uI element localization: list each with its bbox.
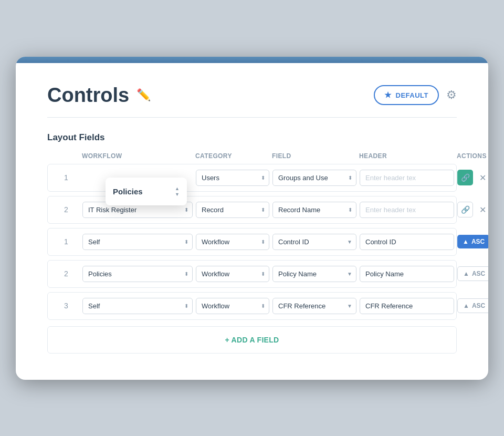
asc-button-5[interactable]: ▲ ASC	[457, 298, 488, 313]
header-cell-3	[360, 234, 454, 250]
dropdown-arrows: ▲ ▼	[175, 186, 180, 197]
actions-cell-2: 🔗 ✕	[457, 202, 488, 217]
table-row: 1 Self Policies IT Risk Register ⬍ Workf…	[47, 228, 457, 256]
category-cell-3: Workflow Record Users ⬍	[196, 234, 269, 250]
workflow-cell-3: Self Policies IT Risk Register ⬍	[82, 234, 193, 250]
col-field: Field	[272, 152, 356, 160]
asc-arrow-icon: ▲	[463, 302, 469, 309]
dropdown-option-label: Policies	[113, 187, 143, 196]
link-button-2[interactable]: 🔗	[457, 202, 473, 217]
category-select-4[interactable]: Workflow Record Users	[196, 266, 269, 282]
row-number: 3	[53, 302, 79, 310]
field-cell-2: Record Name ⬍	[272, 202, 356, 218]
category-select-1[interactable]: Users Record Workflow	[196, 170, 269, 186]
field-cell-5: CFR Reference ▼	[272, 298, 356, 314]
link-button-1[interactable]: 🔗	[457, 170, 473, 185]
asc-arrow-icon: ▲	[463, 270, 469, 277]
field-select-2[interactable]: Record Name	[272, 202, 356, 218]
workflow-dropdown[interactable]: Policies ▲ ▼	[106, 178, 187, 205]
close-button-1[interactable]: ✕	[477, 171, 488, 185]
category-cell-1: Users Record Workflow ⬍	[196, 170, 269, 186]
field-cell-1: Groups and Use ⬍	[272, 170, 356, 186]
category-select-3[interactable]: Workflow Record Users	[196, 234, 269, 250]
header-input-3[interactable]	[360, 234, 454, 250]
actions-cell-5: ▲ ASC 🔗 ✕	[457, 298, 488, 314]
close-button-2[interactable]: ✕	[477, 203, 488, 217]
default-label: DEFAULT	[396, 91, 428, 99]
header-cell-1	[360, 170, 454, 186]
table-row: 1 Policies ▲ ▼	[47, 164, 457, 192]
category-cell-5: Workflow Record Users ⬍	[196, 298, 269, 314]
top-bar	[16, 57, 488, 63]
header-cell-2	[360, 202, 454, 218]
field-cell-3: Control ID ▼	[272, 234, 356, 250]
workflow-select-5[interactable]: Self Policies IT Risk Register	[82, 298, 193, 314]
row-number: 1	[53, 237, 79, 246]
table-header: Workflow Category Field Header Actions	[47, 152, 457, 164]
asc-arrow-icon: ▲	[463, 238, 469, 245]
col-actions: Actions	[457, 152, 488, 160]
table-row: 2 Policies Self IT Risk Register ⬍ Workf…	[47, 260, 457, 288]
header-input-5[interactable]	[360, 298, 454, 314]
workflow-select-4[interactable]: Policies Self IT Risk Register	[82, 266, 193, 282]
page-title: Controls	[47, 84, 129, 107]
divider	[47, 117, 457, 118]
actions-cell-1: 🔗 ✕	[457, 170, 488, 185]
asc-label: ASC	[472, 302, 485, 309]
workflow-cell-5: Self Policies IT Risk Register ⬍	[82, 298, 193, 314]
row-number: 2	[53, 205, 79, 214]
category-select-2[interactable]: Record Workflow Users	[196, 202, 269, 218]
section-title: Layout Fields	[47, 132, 457, 143]
default-button[interactable]: ★ DEFAULT	[374, 85, 439, 105]
category-cell-2: Record Workflow Users ⬍	[196, 202, 269, 218]
field-select-1[interactable]: Groups and Use	[272, 170, 356, 186]
row-number: 1	[53, 173, 79, 182]
col-workflow: Workflow	[82, 152, 192, 160]
category-cell-4: Workflow Record Users ⬍	[196, 266, 269, 282]
col-num	[52, 152, 79, 160]
header-input-4[interactable]	[360, 266, 454, 282]
actions-cell-3: ▲ ASC 🔗 ✕	[457, 234, 488, 250]
page-header-left: Controls ✏️	[47, 84, 151, 107]
field-select-4[interactable]: Policy Name	[272, 266, 356, 282]
add-field-row[interactable]: + ADD A FIELD	[47, 326, 457, 354]
header-input-2[interactable]	[360, 202, 454, 218]
field-select-5[interactable]: CFR Reference	[272, 298, 356, 314]
category-select-5[interactable]: Workflow Record Users	[196, 298, 269, 314]
device-frame: Controls ✏️ ★ DEFAULT ⚙ Layout Fields Wo…	[16, 57, 488, 380]
workflow-select-3[interactable]: Self Policies IT Risk Register	[82, 234, 193, 250]
asc-button-3[interactable]: ▲ ASC	[457, 235, 488, 248]
settings-button[interactable]: ⚙	[446, 88, 457, 102]
asc-label: ASC	[472, 270, 485, 277]
asc-button-4[interactable]: ▲ ASC	[457, 266, 488, 281]
asc-label: ASC	[471, 238, 485, 245]
dropdown-option-policies[interactable]: Policies ▲ ▼	[106, 181, 187, 202]
header-input-1[interactable]	[360, 170, 454, 186]
header-cell-4	[360, 266, 454, 282]
header-cell-5	[360, 298, 454, 314]
field-cell-4: Policy Name ▼	[272, 266, 356, 282]
field-select-3[interactable]: Control ID	[272, 234, 356, 250]
actions-cell-4: ▲ ASC 🔗 ✕	[457, 266, 488, 282]
star-icon: ★	[384, 90, 392, 100]
col-category: Category	[195, 152, 269, 160]
row-number: 2	[53, 269, 79, 278]
add-field-button[interactable]: + ADD A FIELD	[225, 336, 279, 344]
page-header-right: ★ DEFAULT ⚙	[374, 85, 457, 105]
table-row: 3 Self Policies IT Risk Register ⬍ Workf…	[47, 292, 457, 320]
col-header: Header	[359, 152, 454, 160]
edit-icon[interactable]: ✏️	[136, 88, 151, 102]
workflow-cell-4: Policies Self IT Risk Register ⬍	[82, 266, 193, 282]
table-rows: 1 Policies ▲ ▼	[47, 164, 457, 324]
page-header: Controls ✏️ ★ DEFAULT ⚙	[47, 84, 457, 107]
